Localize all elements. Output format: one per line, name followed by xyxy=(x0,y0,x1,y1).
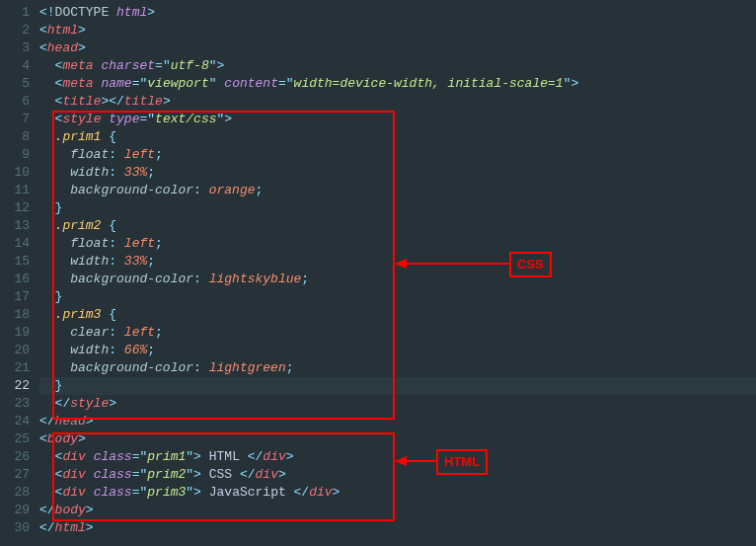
code-line[interactable]: width: 33%; xyxy=(39,164,756,182)
line-number: 18 xyxy=(6,306,30,324)
code-line[interactable]: } xyxy=(39,377,756,395)
line-number: 28 xyxy=(6,484,30,502)
line-number: 27 xyxy=(6,466,30,484)
line-number: 16 xyxy=(6,271,30,288)
html-label: HTML xyxy=(436,449,488,475)
line-number: 2 xyxy=(6,22,30,39)
code-line[interactable]: <html> xyxy=(39,22,756,39)
code-line[interactable]: <!DOCTYPE html> xyxy=(39,4,756,22)
line-number: 1 xyxy=(6,4,30,22)
code-line[interactable]: } xyxy=(39,199,756,217)
line-number: 30 xyxy=(6,519,30,537)
line-number: 10 xyxy=(6,164,30,182)
code-line[interactable]: <meta charset="utf-8"> xyxy=(39,57,756,75)
code-line[interactable]: <meta name="viewport" content="width=dev… xyxy=(39,75,756,93)
line-number: 25 xyxy=(6,430,30,448)
code-line[interactable]: clear: left; xyxy=(39,324,756,342)
code-line[interactable]: <div class="prim3"> JavaScript </div> xyxy=(39,484,756,502)
code-line[interactable]: <head> xyxy=(39,39,756,57)
css-arrow-head xyxy=(395,259,407,269)
css-label: CSS xyxy=(509,252,552,277)
line-number: 15 xyxy=(6,253,30,271)
code-line[interactable]: background-color: orange; xyxy=(39,182,756,199)
code-line[interactable]: </head> xyxy=(39,413,756,430)
html-arrow-head xyxy=(395,456,407,466)
line-number: 21 xyxy=(6,359,30,377)
code-line[interactable]: float: left; xyxy=(39,146,756,164)
code-editor[interactable]: 1234567891011121314151617181920212223242… xyxy=(0,0,756,541)
code-line[interactable]: </body> xyxy=(39,502,756,519)
line-number: 29 xyxy=(6,502,30,519)
html-arrow xyxy=(407,460,436,462)
line-number-gutter: 1234567891011121314151617181920212223242… xyxy=(0,0,39,541)
code-line[interactable]: .prim2 { xyxy=(39,217,756,235)
line-number: 19 xyxy=(6,324,30,342)
code-line[interactable]: <body> xyxy=(39,430,756,448)
line-number: 11 xyxy=(6,182,30,199)
code-line[interactable]: <style type="text/css"> xyxy=(39,111,756,128)
code-line[interactable]: width: 66%; xyxy=(39,342,756,359)
line-number: 17 xyxy=(6,288,30,306)
line-number: 22 xyxy=(6,377,30,395)
line-number: 6 xyxy=(6,93,30,111)
line-number: 9 xyxy=(6,146,30,164)
line-number: 23 xyxy=(6,395,30,413)
line-number: 3 xyxy=(6,39,30,57)
code-line[interactable]: <title></title> xyxy=(39,93,756,111)
code-line[interactable]: </style> xyxy=(39,395,756,413)
line-number: 5 xyxy=(6,75,30,93)
line-number: 14 xyxy=(6,235,30,253)
line-number: 7 xyxy=(6,111,30,128)
code-line[interactable]: background-color: lightgreen; xyxy=(39,359,756,377)
code-line[interactable]: .prim1 { xyxy=(39,128,756,146)
code-line[interactable]: .prim3 { xyxy=(39,306,756,324)
code-line[interactable]: background-color: lightskyblue; xyxy=(39,271,756,288)
code-line[interactable]: } xyxy=(39,288,756,306)
line-number: 12 xyxy=(6,199,30,217)
code-line[interactable]: </html> xyxy=(39,519,756,537)
line-number: 13 xyxy=(6,217,30,235)
line-number: 8 xyxy=(6,128,30,146)
code-line[interactable]: <div class="prim2"> CSS </div> xyxy=(39,466,756,484)
line-number: 4 xyxy=(6,57,30,75)
line-number: 20 xyxy=(6,342,30,359)
line-number: 24 xyxy=(6,413,30,430)
code-line[interactable]: float: left; xyxy=(39,235,756,253)
line-number: 26 xyxy=(6,448,30,466)
css-arrow xyxy=(407,263,509,265)
